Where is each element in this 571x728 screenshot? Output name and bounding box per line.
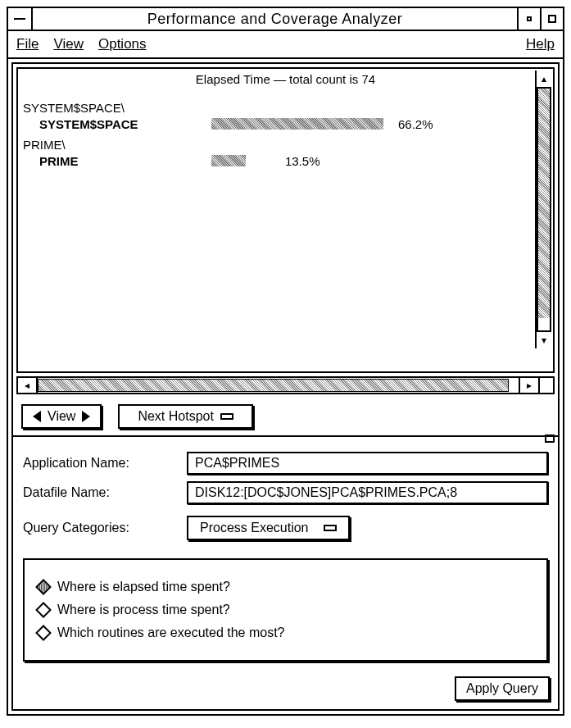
query-label: Which routines are executed the most? bbox=[57, 626, 284, 640]
system-menu-icon bbox=[14, 18, 25, 20]
resize-handle[interactable] bbox=[538, 378, 553, 393]
query-elapsed-time[interactable]: Where is elapsed time spent? bbox=[38, 580, 533, 594]
vertical-scrollbar[interactable]: ▴ ▾ bbox=[535, 71, 551, 348]
query-categories-dropdown[interactable]: Process Execution bbox=[187, 516, 350, 540]
menubar: File View Options Help bbox=[8, 31, 563, 59]
bar-fill bbox=[211, 155, 246, 166]
window-title: Performance and Coverage Analyzer bbox=[33, 8, 517, 30]
query-routines-most[interactable]: Which routines are executed the most? bbox=[38, 626, 533, 640]
client-area: Elapsed Time — total count is 74 SYSTEM$… bbox=[11, 62, 560, 711]
radio-unselected-icon bbox=[35, 625, 52, 641]
next-hotspot-button[interactable]: Next Hotspot bbox=[118, 404, 252, 429]
menu-help[interactable]: Help bbox=[526, 36, 555, 52]
menu-view[interactable]: View bbox=[53, 36, 84, 52]
bar-row-prime: PRIME 13.5% bbox=[23, 152, 528, 170]
bar-track bbox=[211, 118, 383, 130]
datafile-label: Datafile Name: bbox=[23, 485, 179, 500]
view-stepper-label: View bbox=[48, 409, 75, 424]
main-window: Performance and Coverage Analyzer File V… bbox=[7, 7, 564, 716]
toolbar: View Next Hotspot bbox=[13, 398, 558, 435]
datafile-row: Datafile Name: DISK12:[DOC$JONES]PCA$PRI… bbox=[23, 481, 548, 504]
query-categories-label: Query Categories: bbox=[23, 521, 179, 535]
apply-query-button[interactable]: Apply Query bbox=[455, 676, 550, 701]
query-form: Application Name: PCA$PRIMES Datafile Na… bbox=[13, 440, 558, 553]
maximize-icon bbox=[548, 15, 556, 23]
menu-file[interactable]: File bbox=[16, 36, 39, 52]
app-name-row: Application Name: PCA$PRIMES bbox=[23, 452, 548, 475]
query-process-time[interactable]: Where is process time spent? bbox=[38, 603, 533, 617]
radio-unselected-icon bbox=[35, 602, 52, 618]
option-menu-icon bbox=[220, 413, 233, 420]
next-hotspot-label: Next Hotspot bbox=[138, 409, 213, 424]
scroll-down-icon[interactable]: ▾ bbox=[537, 332, 551, 348]
minimize-icon bbox=[527, 16, 532, 21]
arrow-right-icon bbox=[82, 411, 90, 422]
scroll-right-icon[interactable]: ▸ bbox=[520, 378, 538, 393]
horizontal-scrollbar[interactable]: ◂ ▸ bbox=[16, 376, 555, 394]
minimize-button[interactable] bbox=[517, 8, 540, 30]
app-name-label: Application Name: bbox=[23, 456, 179, 471]
titlebar: Performance and Coverage Analyzer bbox=[8, 8, 563, 31]
bar-track bbox=[211, 155, 383, 166]
chart-body: SYSTEM$SPACE\ SYSTEM$SPACE 66.2% PRIME\ … bbox=[18, 93, 533, 371]
system-menu-button[interactable] bbox=[8, 8, 33, 30]
maximize-button[interactable] bbox=[540, 8, 563, 30]
footer: Apply Query bbox=[13, 671, 558, 709]
bar-label: SYSTEM$SPACE bbox=[23, 117, 211, 131]
scroll-up-icon[interactable]: ▴ bbox=[537, 71, 551, 87]
scroll-thumb[interactable] bbox=[38, 379, 509, 392]
scroll-track[interactable] bbox=[36, 378, 520, 393]
app-name-field[interactable]: PCA$PRIMES bbox=[187, 452, 548, 475]
chart-panel: Elapsed Time — total count is 74 SYSTEM$… bbox=[16, 67, 555, 373]
scroll-thumb[interactable] bbox=[538, 89, 550, 318]
query-list: Where is elapsed time spent? Where is pr… bbox=[23, 558, 548, 662]
group-label-prime: PRIME\ bbox=[23, 138, 528, 152]
query-categories-row: Query Categories: Process Execution bbox=[23, 516, 548, 540]
query-label: Where is elapsed time spent? bbox=[57, 580, 230, 594]
group-label-system-space: SYSTEM$SPACE\ bbox=[23, 101, 528, 115]
query-label: Where is process time spent? bbox=[57, 603, 230, 617]
chart-title: Elapsed Time — total count is 74 bbox=[18, 69, 553, 93]
bar-fill bbox=[211, 118, 383, 130]
query-categories-value: Process Execution bbox=[200, 521, 309, 535]
option-menu-icon bbox=[324, 525, 337, 531]
bar-percent: 66.2% bbox=[398, 117, 433, 131]
arrow-left-icon bbox=[33, 411, 41, 422]
scroll-left-icon[interactable]: ◂ bbox=[18, 378, 36, 393]
apply-query-label: Apply Query bbox=[466, 681, 538, 696]
bar-label: PRIME bbox=[23, 154, 211, 168]
sash-handle-icon bbox=[545, 435, 555, 443]
bar-row-system-space: SYSTEM$SPACE 66.2% bbox=[23, 115, 528, 133]
scroll-track[interactable] bbox=[537, 87, 551, 332]
radio-selected-icon bbox=[35, 579, 52, 595]
pane-sash[interactable] bbox=[13, 435, 558, 440]
menu-options[interactable]: Options bbox=[98, 36, 147, 52]
view-stepper[interactable]: View bbox=[21, 404, 102, 429]
datafile-field[interactable]: DISK12:[DOC$JONES]PCA$PRIMES.PCA;8 bbox=[187, 481, 548, 504]
